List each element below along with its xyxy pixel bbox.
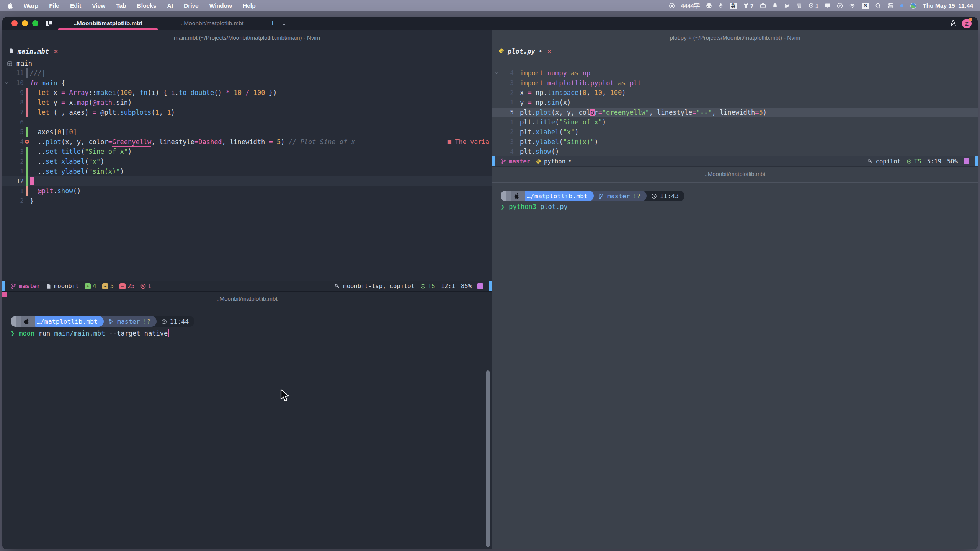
code-line[interactable]: 3import matplotlib.pyplot as plt — [492, 78, 978, 88]
fold-chevron-icon[interactable] — [492, 71, 501, 75]
wifi-icon[interactable] — [849, 3, 856, 9]
window-controls — [11, 20, 38, 26]
menu-item-blocks[interactable]: Blocks — [137, 2, 157, 9]
line-number: 11 — [11, 69, 24, 77]
code-line[interactable]: 5 axes[0][0] — [2, 127, 492, 137]
code-line[interactable]: 11///| — [2, 68, 492, 78]
right-command-input[interactable]: ❯ python3 plot.py — [501, 203, 568, 210]
code-line[interactable]: 1y = np.sin(x) — [492, 98, 978, 108]
code-line[interactable]: 2 ..set_xlabel("x") — [2, 156, 492, 166]
apple-menu-icon[interactable] — [7, 2, 13, 9]
display-icon[interactable] — [825, 3, 831, 9]
menu-item-edit[interactable]: Edit — [70, 2, 81, 9]
menu-item-window[interactable]: Window — [209, 2, 232, 9]
menu-items: WarpFileEditViewTabBlocksAIDriveWindowHe… — [24, 2, 256, 9]
code-line[interactable]: 7 let (_, axes) = @plt.subplots(1, 1) — [2, 108, 492, 117]
code-line[interactable]: 5plt.plot(x, y, color="greenyellw", line… — [492, 108, 978, 117]
buffer-name: plot.py — [508, 47, 535, 55]
code-line[interactable]: 2} — [2, 196, 492, 206]
code-line[interactable]: 2x = np.linspace(0, 10, 100) — [492, 88, 978, 98]
terminal-scrollbar[interactable] — [486, 370, 490, 547]
shirt-icon[interactable]: 7 — [743, 3, 754, 9]
close-buffer-icon[interactable]: × — [547, 47, 551, 55]
git-sign — [24, 156, 30, 166]
prompt-chevron: ❯ — [501, 203, 505, 210]
text-caret — [168, 329, 169, 337]
tab-list-chevron-icon[interactable] — [282, 21, 286, 28]
menu-item-help[interactable]: Help — [243, 2, 256, 9]
prompt-time-segment: 11:43 — [642, 191, 684, 201]
left-command-input[interactable]: ❯ moon run main/main.mbt --target native — [11, 329, 169, 337]
record-icon[interactable] — [669, 3, 675, 9]
project-icon — [7, 61, 13, 67]
code-line[interactable]: 3 ..set_title("Sine of x") — [2, 147, 492, 157]
menu-bar: WarpFileEditViewTabBlocksAIDriveWindowHe… — [0, 0, 980, 11]
right-code-area[interactable]: 4import numpy as np3import matplotlib.py… — [492, 68, 978, 156]
code-line[interactable]: 6 — [2, 117, 492, 127]
code-line[interactable]: 9 let x = Array::makei(100, fn(i) { i.to… — [2, 88, 492, 98]
prompt-branch: master — [607, 192, 630, 200]
code-line[interactable]: 2plt.xlabel("x") — [492, 127, 978, 137]
close-buffer-icon[interactable]: × — [54, 47, 58, 55]
line-number: 3 — [501, 79, 514, 86]
control-center-icon[interactable] — [887, 3, 894, 9]
menu-item-view[interactable]: View — [92, 2, 105, 9]
code-line[interactable]: 4import numpy as np — [492, 68, 978, 78]
line-number: 1 — [11, 187, 24, 195]
zoom-window-button[interactable] — [32, 20, 38, 26]
smiley-icon[interactable] — [706, 3, 712, 9]
play-icon[interactable] — [837, 3, 843, 9]
bird-icon[interactable] — [784, 3, 790, 9]
error-count: 1 — [140, 283, 151, 290]
git-sign — [24, 176, 30, 186]
user-avatar[interactable]: Z — [962, 19, 972, 28]
s-badge-icon[interactable]: S — [862, 3, 869, 9]
globe-icon[interactable] — [910, 3, 916, 9]
mode-indicator-bar — [489, 281, 492, 291]
terminal-tab-1[interactable]: ..Moonbit/matplotlib.mbt — [57, 17, 159, 30]
right-buffer-tab[interactable]: plot.py • × — [498, 47, 551, 55]
line-number: 5 — [11, 128, 24, 135]
bell-icon[interactable] — [772, 3, 778, 9]
code-line[interactable]: 1plt.title("Sine of x") — [492, 117, 978, 127]
minimize-window-button[interactable] — [22, 20, 28, 26]
left-statusline: master moonbit +4 ~5 −25 1 — [2, 281, 492, 292]
code-line[interactable]: 1 @plt.show() — [2, 186, 492, 196]
notification-dot[interactable] — [900, 4, 904, 8]
menu-item-drive[interactable]: Drive — [184, 2, 199, 9]
input-source-badge[interactable]: 英 — [730, 3, 737, 9]
line-number: 10 — [11, 79, 24, 86]
left-code-area[interactable]: 11///|10fn main {9 let x = Array::makei(… — [2, 68, 492, 206]
headset-icon[interactable]: 1 — [808, 3, 819, 9]
left-buffer-tab[interactable]: main.mbt × — [8, 47, 58, 55]
menu-item-file[interactable]: File — [49, 2, 59, 9]
code-line[interactable]: 4plt.show() — [492, 147, 978, 157]
terminal-tab-2[interactable]: ..Moonbit/matplotlib.mbt — [168, 17, 256, 30]
prompt-git-flags: !? — [143, 318, 151, 325]
menu-item-ai[interactable]: AI — [167, 2, 173, 9]
close-window-button[interactable] — [11, 20, 18, 26]
menu-item-tab[interactable]: Tab — [116, 2, 126, 9]
right-terminal-prompt: …/matplotlib.mbt master !? 11:43 — [501, 191, 684, 201]
fold-chevron-icon[interactable] — [2, 81, 11, 85]
code-line[interactable]: 10fn main { — [2, 78, 492, 88]
new-tab-button[interactable]: + — [268, 18, 277, 28]
code-line[interactable]: 3plt.ylabel("sin(x)") — [492, 137, 978, 147]
code-line[interactable]: 1 ..set_ylabel("sin(x)") — [2, 166, 492, 176]
tv-icon[interactable] — [760, 3, 766, 9]
apple-icon — [511, 191, 525, 201]
menu-clock[interactable]: Thu May 15 11:44 — [923, 2, 973, 9]
menu-item-warp[interactable]: Warp — [24, 2, 38, 9]
mic-icon[interactable] — [718, 3, 724, 9]
split-panes-icon[interactable] — [45, 20, 53, 28]
warp-ai-icon[interactable] — [950, 20, 957, 28]
stripes-icon[interactable] — [796, 3, 802, 9]
line-number: 3 — [501, 138, 514, 145]
code-line[interactable]: 8 let y = x.map(@math.sin) — [2, 98, 492, 108]
search-icon[interactable] — [875, 3, 881, 9]
line-number: 12 — [11, 178, 24, 185]
code-line[interactable]: 12 — [2, 176, 492, 186]
code-line[interactable]: 4 ..plot(x, y, color=Greenyellw, linesty… — [2, 137, 492, 147]
word-count[interactable]: 4444字 — [681, 2, 700, 10]
prompt-time: 11:44 — [170, 318, 189, 325]
